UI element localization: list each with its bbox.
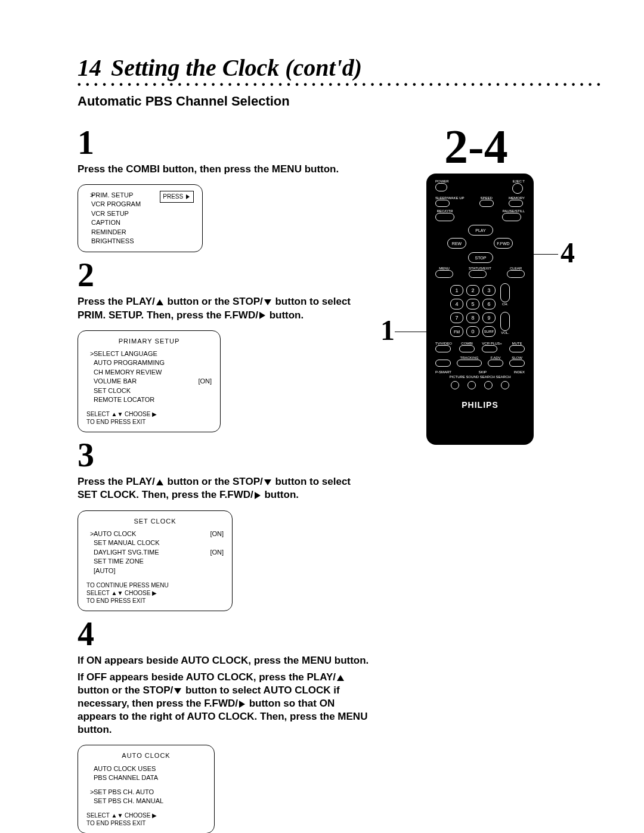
- osd1-item: CAPTION: [91, 218, 157, 227]
- step-4-text-2: If OFF appears beside AUTO CLOCK, press …: [78, 671, 370, 736]
- osd2-header: PRIMARY SETUP: [86, 337, 212, 346]
- down-triangle-icon: [264, 299, 271, 305]
- osd-screen-1: PRIM. SETUP VCR PROGRAM VCR SETUP CAPTIO…: [78, 184, 203, 252]
- osd1-item: VCR PROGRAM: [91, 200, 157, 209]
- up-triangle-icon: [156, 299, 163, 305]
- remote-illustration: POWER EJEC T SLEEP/WAKE UP SPEED MEMORY …: [426, 174, 534, 445]
- brand-logo: PHILIPS: [462, 400, 498, 410]
- big-step-range: 2-4: [444, 120, 508, 174]
- right-triangle-icon: [259, 312, 265, 319]
- step-3-text: Press the PLAY/ button or the STOP/ butt…: [78, 475, 370, 501]
- step-4-text-1: If ON appears beside AUTO CLOCK, press t…: [78, 654, 370, 667]
- remote-numpad: 123 456 789 FM0SURF: [450, 285, 496, 337]
- step-2-text: Press the PLAY/ button or the STOP/ butt…: [78, 295, 370, 321]
- osd-screen-4: AUTO CLOCK AUTO CLOCK USES PBS CHANNEL D…: [78, 745, 215, 833]
- divider-dots: • • • • • • • • • • • • • • • • • • • • …: [78, 79, 602, 90]
- leader-line-1: [395, 332, 428, 332]
- page-title: Setting the Clock (cont'd): [111, 54, 362, 81]
- down-triangle-icon: [264, 479, 271, 485]
- osd1-item: REMINDER: [91, 228, 157, 237]
- right-triangle-icon: [239, 701, 245, 708]
- left-column: 1 Press the COMBI button, then press the…: [78, 120, 370, 833]
- step-4-number: 4: [78, 617, 370, 651]
- remote-combi-button: [459, 345, 475, 352]
- osd3-header: SET CLOCK: [86, 517, 224, 526]
- osd1-item: PRIM. SETUP: [91, 191, 157, 200]
- callout-1: 1: [380, 314, 395, 346]
- osd4-header: AUTO CLOCK: [86, 751, 206, 760]
- step-3-number: 3: [78, 438, 370, 472]
- osd-screen-2: PRIMARY SETUP SELECT LANGUAGE AUTO PROGR…: [78, 330, 221, 433]
- callout-4: 4: [561, 236, 575, 269]
- osd1-item: BRIGHTNESS: [91, 237, 157, 246]
- section-subtitle: Automatic PBS Channel Selection: [78, 94, 602, 109]
- remote-stop-button: STOP: [468, 252, 493, 263]
- page-number: 14: [78, 54, 101, 81]
- remote-menu-button: [435, 270, 453, 278]
- osd1-press-box: PRESS: [160, 191, 194, 203]
- leader-line-4: [530, 254, 558, 255]
- remote-play-button: PLAY: [468, 225, 493, 236]
- down-triangle-icon: [174, 688, 181, 694]
- right-column: 2-4 1 4 POWER EJEC T SLEEP/WAKE UP SPEED: [370, 120, 602, 833]
- up-triangle-icon: [156, 479, 163, 485]
- remote-ffwd-button: F.FWD: [494, 238, 513, 249]
- step-2-number: 2: [78, 258, 370, 292]
- step-1-number: 1: [78, 126, 370, 159]
- osd1-item: VCR SETUP: [91, 209, 157, 218]
- up-triangle-icon: [337, 675, 344, 681]
- remote-eject-button: [512, 183, 523, 194]
- right-triangle-icon: [255, 492, 261, 499]
- osd-screen-3: SET CLOCK AUTO CLOCK[ON] SET MANUAL CLOC…: [78, 510, 233, 611]
- remote-power-button: [435, 183, 447, 191]
- step-1-text: Press the COMBI button, then press the M…: [78, 163, 370, 176]
- remote-rew-button: REW: [447, 238, 466, 249]
